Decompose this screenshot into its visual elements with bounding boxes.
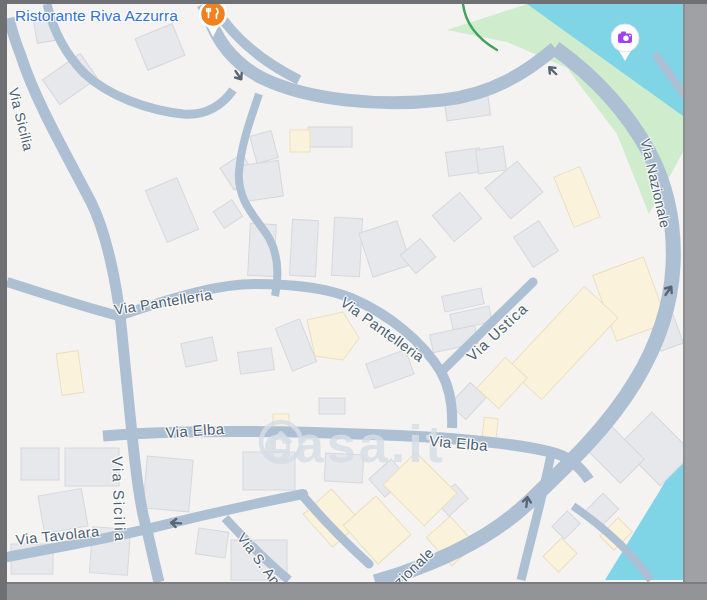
street-label-via-sicilia-south: Via Sicilia xyxy=(109,456,129,543)
poi-label-ristorante-riva-azzurra[interactable]: Ristorante Riva Azzurra xyxy=(15,7,178,25)
camera-pin-icon xyxy=(609,23,641,63)
frame-edge-top xyxy=(0,0,707,4)
restaurant-pin-icon xyxy=(197,4,229,41)
frame-edge-left xyxy=(0,0,7,600)
frame-edge-right xyxy=(683,0,707,600)
map-canvas[interactable]: casa.it Via Sicilia Via Sicilia Via Pant… xyxy=(7,4,683,582)
frame-edge-bottom xyxy=(0,582,707,600)
map-graphics xyxy=(7,4,683,582)
screenshot-frame: casa.it Via Sicilia Via Sicilia Via Pant… xyxy=(0,0,707,600)
restaurant-pin[interactable] xyxy=(197,4,229,41)
photo-pin[interactable] xyxy=(609,23,641,63)
